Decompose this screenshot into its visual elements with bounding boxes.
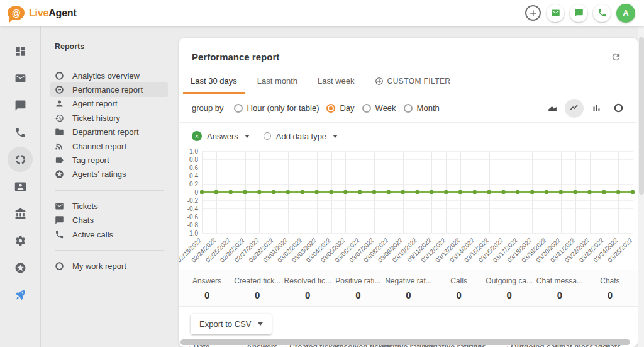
add-data-type-label[interactable]: Add data type (276, 132, 326, 141)
vertical-scrollbar-track[interactable] (638, 26, 644, 347)
tickets-button[interactable] (547, 4, 564, 22)
groupby-radio-week[interactable]: Week (362, 103, 396, 113)
sidebar-item-department-report[interactable]: Department report (50, 125, 168, 139)
rail-item-dashboard[interactable] (8, 38, 33, 64)
radio-icon (362, 104, 371, 113)
tab-last-30-days[interactable]: Last 30 days (180, 70, 247, 94)
vertical-scrollbar-thumb[interactable] (639, 37, 644, 195)
chat-icon (14, 100, 26, 111)
plus-circle-icon (375, 77, 384, 86)
sidebar-item-performance-report[interactable]: Performance report (50, 82, 168, 96)
sidebar-item-ticket-history[interactable]: Ticket history (50, 111, 168, 125)
sidebar-item-label: Active calls (72, 230, 113, 239)
circle-outline-icon (55, 261, 64, 271)
sidebar-item-chats[interactable]: Chats (50, 213, 168, 227)
chats-button[interactable] (570, 4, 587, 22)
groupby-radio-day[interactable]: Day (326, 103, 354, 113)
sidebar-item-channel-report[interactable]: Channel report (50, 139, 168, 153)
avatar[interactable]: A (616, 4, 635, 23)
groupby-radio-month[interactable]: Month (404, 103, 440, 113)
rail-item-settings[interactable] (8, 228, 33, 253)
export-to-csv-button[interactable]: Export to CSV (191, 314, 272, 334)
sidebar-item-my-work-report[interactable]: My work report (50, 259, 168, 273)
chevron-down-icon (258, 322, 263, 326)
tab-label: Last week (318, 76, 355, 86)
rail-item-tickets[interactable] (8, 65, 33, 91)
refresh-icon[interactable] (611, 52, 621, 62)
horizontal-scrollbar[interactable] (180, 339, 630, 345)
tab-custom-filter[interactable]: CUSTOM FILTER (365, 71, 461, 94)
sidebar-item-label: Channel report (72, 142, 126, 151)
chart-plot-area[interactable]: 1.00.80.60.40.20-0.2-0.4-0.6-0.8-1.0 (202, 151, 633, 233)
add-data-type-radio[interactable] (264, 132, 271, 140)
remove-series-icon[interactable]: × (192, 131, 202, 141)
sidebar-item-agents-ratings[interactable]: Agents' ratings (50, 168, 168, 181)
rocket-icon (14, 289, 26, 301)
performance-chart: 1.00.80.60.40.20-0.2-0.4-0.6-0.8-1.0 02/… (202, 151, 633, 267)
sidebar-item-active-calls[interactable]: Active calls (50, 227, 168, 241)
sidebar-item-label: Analytics overview (72, 71, 140, 81)
sidebar-item-label: My work report (72, 261, 126, 271)
app-body: Reports Analytics overviewPerformance re… (0, 26, 644, 347)
chart-type-switcher (543, 99, 628, 118)
series-selector-row: × Answers Add data type (179, 122, 638, 144)
reports-donut-icon (14, 154, 26, 166)
sidebar-item-label: Tickets (72, 202, 98, 211)
rail-item-reports[interactable] (8, 147, 33, 172)
stat-chat-messa: Chat messa...0 (535, 276, 585, 300)
stat-created-tick: Created tick...0 (232, 276, 282, 300)
add-new-button[interactable] (525, 5, 541, 21)
groupby-toolbar: group by Hour (only for table)DayWeekMon… (179, 94, 638, 122)
gauge-icon (55, 85, 64, 94)
rail-item-getting-started[interactable] (8, 282, 33, 307)
circle-outline-icon (55, 71, 64, 81)
stat-label: Outgoing ca... (484, 276, 535, 285)
rail-item-contacts[interactable] (8, 174, 33, 199)
stat-answers: Answers0 (182, 276, 232, 300)
y-axis-tick-label: -0.4 (179, 205, 198, 212)
stat-positive-rati: Positive rati...0 (333, 276, 383, 300)
report-panel: Performance report Last 30 daysLast mont… (179, 38, 638, 347)
summary-stats-row: Answers0Created tick...0Resolved tic...0… (179, 270, 638, 307)
sidebar-item-agent-report[interactable]: Agent report (50, 97, 168, 111)
rail-item-billing[interactable] (8, 201, 33, 226)
phone-icon (55, 230, 64, 239)
chat-icon (55, 215, 64, 225)
tab-last-month[interactable]: Last month (247, 70, 308, 94)
tab-last-week[interactable]: Last week (308, 70, 365, 94)
series-name[interactable]: Answers (207, 132, 238, 141)
chat-icon (574, 8, 584, 18)
sidebar-item-label: Agent report (72, 99, 118, 108)
plus-icon (528, 8, 538, 18)
bar-chart-button[interactable] (587, 99, 606, 118)
stat-negative-rat: Negative rat...0 (383, 276, 433, 300)
groupby-radio-hour-only-for-table-[interactable]: Hour (only for table) (234, 103, 319, 113)
mail-icon (14, 72, 26, 84)
liveagent-logo[interactable]: @ LiveAgent (8, 6, 77, 20)
y-axis-tick-label: 0.6 (179, 164, 198, 171)
stat-outgoing-ca: Outgoing ca...0 (484, 276, 535, 300)
stat-value: 0 (535, 290, 585, 300)
tab-label: Last month (257, 76, 297, 86)
line-chart-button[interactable] (565, 99, 584, 118)
area-chart-button[interactable] (543, 99, 562, 118)
sidebar-item-analytics-overview[interactable]: Analytics overview (50, 69, 168, 82)
sidebar-item-label: Tag report (72, 156, 109, 165)
radio-icon (234, 104, 243, 113)
sidebar-item-tag-report[interactable]: Tag report (50, 153, 168, 167)
sidebar-item-label: Agents' ratings (72, 169, 126, 179)
rail-item-ratings[interactable] (8, 255, 33, 280)
donut-chart-button[interactable] (609, 99, 628, 118)
rail-item-chats[interactable] (8, 93, 33, 118)
stat-label: Chats (585, 276, 635, 285)
stat-label: Answers (182, 276, 232, 285)
donut-chart-icon (613, 103, 624, 113)
sidebar-item-tickets[interactable]: Tickets (50, 199, 168, 213)
phone-icon (597, 8, 607, 18)
calls-button[interactable] (593, 4, 611, 22)
date-range-tabs: Last 30 daysLast monthLast weekCUSTOM FI… (179, 70, 638, 94)
topbar-actions: A (525, 4, 635, 23)
rail-item-calls[interactable] (8, 120, 33, 145)
stat-value: 0 (484, 290, 535, 300)
mail-icon (551, 8, 560, 18)
